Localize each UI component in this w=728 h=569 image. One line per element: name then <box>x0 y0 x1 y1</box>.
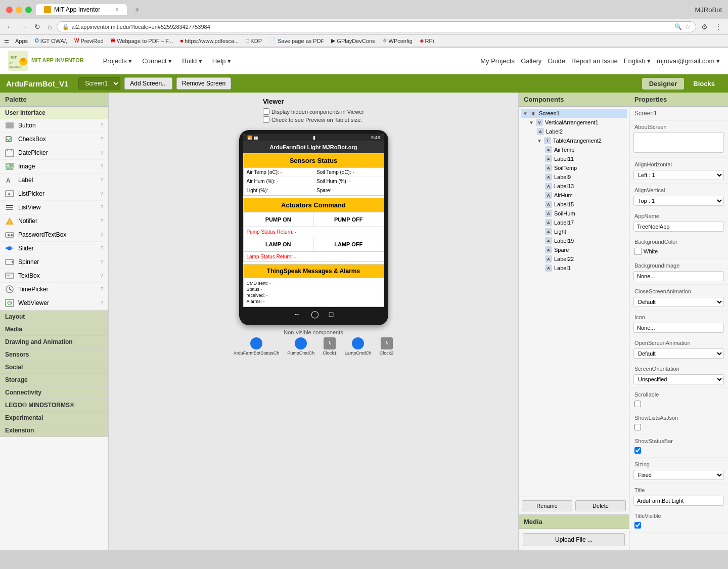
pump-off-button[interactable]: PUMP OFF <box>313 212 384 227</box>
tree-label13[interactable]: A Label13 <box>521 182 627 191</box>
add-screen-button[interactable]: Add Screen... <box>124 77 172 90</box>
listpicker-palette-help[interactable]: ? <box>100 191 103 197</box>
image-palette-help[interactable]: ? <box>100 164 103 169</box>
listview-palette-help[interactable]: ? <box>100 205 103 210</box>
titlevisible-checkbox[interactable] <box>634 522 641 529</box>
guide-link[interactable]: Guide <box>548 57 565 65</box>
webviewer-palette-help[interactable]: ? <box>100 300 103 306</box>
palette-item-checkbox[interactable]: CheckBox ? <box>0 133 108 146</box>
palette-item-spinner[interactable]: ▼ Spinner ? <box>0 255 108 269</box>
tree-soilhum[interactable]: A SoilHum <box>521 209 627 218</box>
lamp-off-button[interactable]: LAMP OFF <box>313 237 384 251</box>
bookmark-pdf[interactable]: W Webpage to PDF – F... <box>108 37 176 45</box>
checkbox-palette-help[interactable]: ? <box>100 137 103 142</box>
aboutscreen-input[interactable] <box>633 133 724 153</box>
palette-item-listview[interactable]: ListView ? <box>0 201 108 214</box>
palette-item-notifier[interactable]: ! Notifier ? <box>0 214 108 228</box>
reload-button[interactable]: ↻ <box>32 22 42 32</box>
tree-label15[interactable]: A Label15 <box>521 200 627 209</box>
bookmark-wpconfig[interactable]: ⚛ WPconfig <box>379 36 416 45</box>
bookmark-savepdf[interactable]: 📄 Save page as PDF <box>266 36 327 45</box>
gallery-link[interactable]: Gallery <box>521 57 541 65</box>
tree-label11[interactable]: A Label11 <box>521 154 627 163</box>
connect-menu[interactable]: Connect ▾ <box>138 55 176 67</box>
user-menu[interactable]: mjrovai@gmail.com ▾ <box>657 57 720 65</box>
palette-section-experimental[interactable]: Experimental <box>0 412 108 424</box>
backgroundimage-input[interactable]: None... <box>633 271 724 281</box>
spinner-palette-help[interactable]: ? <box>100 259 103 265</box>
palette-section-layout[interactable]: Layout <box>0 311 108 323</box>
tree-light[interactable]: A Light <box>521 227 627 236</box>
timepicker-palette-help[interactable]: ? <box>100 287 103 292</box>
upload-file-button[interactable]: Upload File ... <box>523 533 625 546</box>
scrollable-checkbox[interactable] <box>634 401 641 407</box>
palette-item-passwordtextbox[interactable]: ●● PasswordTextBox ? <box>0 228 108 242</box>
home-button[interactable]: ⌂ <box>46 22 54 32</box>
palette-section-sensors[interactable]: Sensors <box>0 348 108 361</box>
palette-item-datepicker[interactable]: DatePicker ? <box>0 146 108 160</box>
bookmark-gplay[interactable]: ▶ GPlayDevCons <box>328 36 378 45</box>
bookmark-igt[interactable]: O IGT OWA/, <box>32 37 70 45</box>
palette-item-label[interactable]: A Label ? <box>0 173 108 187</box>
palette-item-button[interactable]: Button ? <box>0 119 108 133</box>
palette-section-ui-header[interactable]: User Interface <box>0 107 108 119</box>
screenorientation-select[interactable]: Unspecified <box>633 374 724 384</box>
projects-menu[interactable]: Projects ▾ <box>99 55 136 67</box>
tree-spare[interactable]: A Spare <box>521 245 627 254</box>
tree-label1[interactable]: A Label1 <box>521 264 627 273</box>
notifier-palette-help[interactable]: ? <box>100 218 103 224</box>
tree-label19[interactable]: A Label19 <box>521 236 627 245</box>
palette-item-webviewer[interactable]: WebViewer ? <box>0 296 108 310</box>
textbox-palette-help[interactable]: ? <box>100 273 103 279</box>
tree-table-arrangement[interactable]: ▼ T TableArrangement2 <box>521 136 627 145</box>
forward-button[interactable]: → <box>18 22 29 32</box>
palette-section-social[interactable]: Social <box>0 361 108 374</box>
address-bar[interactable]: 🔒 ai2.appinventor.mit.edu/?locale=en#525… <box>57 21 696 32</box>
new-tab-button[interactable]: + <box>131 5 143 15</box>
menu-button[interactable]: ⋮ <box>713 22 724 32</box>
language-selector[interactable]: English ▾ <box>624 57 651 65</box>
palette-item-listpicker[interactable]: ▼ ListPicker ? <box>0 187 108 201</box>
bookmark-previred[interactable]: W PreviRed <box>71 37 107 45</box>
tree-screen1[interactable]: ▼ S Screen1 <box>521 109 627 118</box>
bookmark-apps[interactable]: Apps <box>12 37 31 45</box>
lamp-on-button[interactable]: LAMP ON <box>244 237 314 251</box>
browser-tab[interactable]: MIT App Inventor × <box>36 4 127 15</box>
help-menu[interactable]: Help ▾ <box>208 55 235 67</box>
title-input[interactable]: ArduFarmBot Light <box>633 496 724 506</box>
icon-input[interactable]: None... <box>633 323 724 333</box>
bookmark-kdp[interactable]: □ KDP <box>243 37 265 45</box>
palette-item-textbox[interactable]: TextBox ? <box>0 269 108 283</box>
alignhorizontal-select[interactable]: Left : 1 Center : 3 Right : 2 <box>633 170 724 180</box>
report-issue-link[interactable]: Report an Issue <box>571 57 618 65</box>
back-button[interactable]: ← <box>4 22 15 32</box>
tree-airtemp[interactable]: A AirTemp <box>521 145 627 154</box>
close-window-button[interactable] <box>6 7 13 13</box>
remove-screen-button[interactable]: Remove Screen <box>176 77 231 90</box>
delete-button[interactable]: Delete <box>575 500 626 511</box>
bookmark-pdfesca[interactable]: ■ https://www.pdfesca... <box>177 37 242 45</box>
tree-vertical-arrangement[interactable]: ▼ V VerticalArrangement1 <box>521 118 627 127</box>
tree-label2[interactable]: A Label2 <box>521 127 627 136</box>
datepicker-palette-help[interactable]: ? <box>100 150 103 156</box>
pump-on-button[interactable]: PUMP ON <box>244 212 314 227</box>
palette-section-connectivity[interactable]: Connectivity <box>0 386 108 399</box>
hidden-components-checkbox[interactable] <box>263 108 269 115</box>
palette-section-storage[interactable]: Storage <box>0 374 108 386</box>
showstatusbar-checkbox[interactable] <box>634 447 641 454</box>
my-projects-link[interactable]: My Projects <box>480 57 515 65</box>
alignvertical-select[interactable]: Top : 1 Center : 2 Bottom : 3 <box>633 196 724 206</box>
appname-input[interactable]: TreeNoelApp <box>633 222 724 232</box>
minimize-window-button[interactable] <box>16 7 22 13</box>
palette-section-extension[interactable]: Extension <box>0 424 108 437</box>
openscreenanimation-select[interactable]: Default <box>633 348 724 359</box>
button-palette-help[interactable]: ? <box>100 123 103 128</box>
palette-section-lego[interactable]: LEGO® MINDSTORMS® <box>0 399 108 412</box>
blocks-button[interactable]: Blocks <box>686 78 722 90</box>
build-menu[interactable]: Build ▾ <box>178 55 206 67</box>
closescreenanimation-select[interactable]: Default <box>633 297 724 307</box>
tablet-preview-checkbox[interactable] <box>263 116 269 123</box>
palette-item-slider[interactable]: Slider ? <box>0 242 108 255</box>
palette-item-timepicker[interactable]: TimePicker ? <box>0 283 108 296</box>
palette-section-media[interactable]: Media <box>0 323 108 336</box>
